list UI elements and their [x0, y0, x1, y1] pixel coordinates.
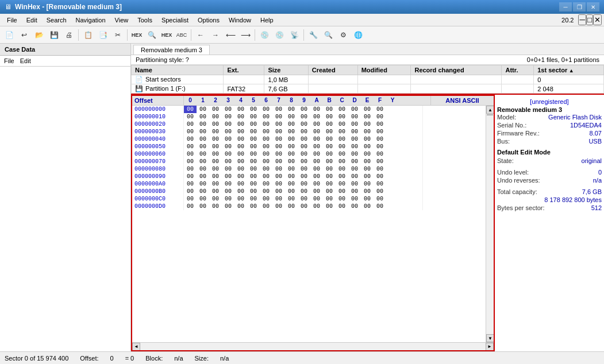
- hex-byte-cell[interactable]: 00: [260, 143, 272, 150]
- hex-byte-cell[interactable]: 00: [209, 173, 222, 180]
- hex-byte-cell[interactable]: 00: [310, 158, 323, 165]
- hex-byte-cell[interactable]: 00: [234, 188, 247, 195]
- hex-byte-cell[interactable]: 00: [285, 158, 298, 165]
- hex-byte-cell[interactable]: 00: [260, 188, 272, 195]
- hex-byte-cell[interactable]: 00: [260, 165, 272, 173]
- hex-byte-cell[interactable]: 00: [336, 158, 348, 165]
- tb-hex[interactable]: HEX: [130, 28, 144, 42]
- hex-byte-cell[interactable]: 00: [184, 165, 197, 173]
- hex-byte-cell[interactable]: 00: [285, 173, 298, 180]
- hex-byte-cell[interactable]: 00: [184, 203, 197, 210]
- hex-byte-cell[interactable]: 00: [323, 106, 336, 113]
- hex-byte-cell[interactable]: 00: [260, 135, 272, 143]
- menu-view[interactable]: View: [110, 16, 133, 25]
- hex-byte-cell[interactable]: 00: [298, 106, 310, 113]
- hex-byte-cell[interactable]: 00: [336, 135, 348, 143]
- hex-byte-cell[interactable]: 00: [374, 203, 386, 210]
- hex-byte-cell[interactable]: 00: [285, 188, 298, 195]
- hex-byte-cell[interactable]: 00: [348, 106, 361, 113]
- hex-byte-cell[interactable]: 00: [184, 173, 197, 180]
- hex-row[interactable]: 0000000C00000000000000000000000000000000…: [132, 195, 486, 203]
- hex-byte-cell[interactable]: 00: [234, 121, 247, 128]
- hex-byte-cell[interactable]: 00: [336, 128, 348, 135]
- hex-vertical-scrollbar[interactable]: ▲ ▼: [486, 106, 494, 342]
- tb-disk2[interactable]: 💿: [272, 28, 286, 42]
- hex-byte-cell[interactable]: 00: [285, 195, 298, 203]
- hex-byte-cell[interactable]: 00: [348, 128, 361, 135]
- hex-byte-cell[interactable]: 00: [336, 203, 348, 210]
- menu-window[interactable]: Window: [224, 16, 256, 25]
- hex-byte-cell[interactable]: 00: [247, 188, 260, 195]
- hex-byte-cell[interactable]: 00: [222, 180, 234, 188]
- hex-byte-cell[interactable]: 00: [336, 143, 348, 150]
- hex-byte-cell[interactable]: 00: [234, 158, 247, 165]
- hex-byte-cell[interactable]: 00: [184, 121, 197, 128]
- col-attr[interactable]: Attr.: [502, 65, 534, 75]
- hex-byte-cell[interactable]: 00: [197, 180, 209, 188]
- menu-specialist[interactable]: Specialist: [157, 16, 193, 25]
- hex-byte-cell[interactable]: 00: [310, 143, 323, 150]
- hex-row[interactable]: 0000000300000000000000000000000000000000…: [132, 128, 486, 135]
- hex-byte-cell[interactable]: 00: [298, 128, 310, 135]
- hex-byte-cell[interactable]: 00: [348, 203, 361, 210]
- tb-find[interactable]: 🔍: [321, 28, 335, 42]
- hex-byte-cell[interactable]: 00: [298, 173, 310, 180]
- hex-byte-cell[interactable]: 00: [361, 165, 374, 173]
- hex-byte-cell[interactable]: 00: [272, 203, 285, 210]
- table-row[interactable]: 💾Partition 1 (F:)FAT327,6 GB2 048: [132, 84, 604, 94]
- hex-byte-cell[interactable]: 00: [247, 173, 260, 180]
- hex-byte-cell[interactable]: 00: [298, 195, 310, 203]
- scroll-track[interactable]: [486, 114, 494, 334]
- hex-byte-cell[interactable]: 00: [247, 128, 260, 135]
- hex-byte-cell[interactable]: 00: [234, 106, 247, 113]
- hex-byte-cell[interactable]: 00: [348, 165, 361, 173]
- col-ext[interactable]: Ext.: [224, 65, 264, 75]
- hex-byte-cell[interactable]: 00: [260, 106, 272, 113]
- tab-removable-medium[interactable]: Removable medium 3: [133, 45, 210, 55]
- hex-byte-cell[interactable]: 00: [197, 203, 209, 210]
- hex-byte-cell[interactable]: 00: [222, 106, 234, 113]
- tb-cut[interactable]: ✂: [111, 28, 125, 42]
- tb-tools[interactable]: 🔧: [306, 28, 320, 42]
- hex-byte-cell[interactable]: 00: [272, 173, 285, 180]
- hex-byte-cell[interactable]: 00: [361, 113, 374, 121]
- hex-byte-cell[interactable]: 00: [184, 128, 197, 135]
- hex-byte-cell[interactable]: 00: [310, 106, 323, 113]
- hex-byte-cell[interactable]: 00: [247, 143, 260, 150]
- hex-byte-cell[interactable]: 00: [361, 158, 374, 165]
- menu-options[interactable]: Options: [193, 16, 224, 25]
- hex-byte-cell[interactable]: 00: [184, 135, 197, 143]
- hex-byte-cell[interactable]: 00: [298, 180, 310, 188]
- hex-byte-cell[interactable]: 00: [310, 150, 323, 158]
- hex-byte-cell[interactable]: 00: [310, 121, 323, 128]
- hex-byte-cell[interactable]: 00: [197, 195, 209, 203]
- hex-byte-cell[interactable]: 00: [374, 195, 386, 203]
- hex-byte-cell[interactable]: 00: [336, 121, 348, 128]
- hex-byte-cell[interactable]: 00: [247, 158, 260, 165]
- hex-byte-cell[interactable]: 00: [209, 158, 222, 165]
- hex-byte-cell[interactable]: 00: [272, 135, 285, 143]
- menu-tools[interactable]: Tools: [133, 16, 157, 25]
- hex-byte-cell[interactable]: 00: [374, 128, 386, 135]
- hex-byte-cell[interactable]: 00: [209, 128, 222, 135]
- hex-byte-cell[interactable]: 00: [272, 106, 285, 113]
- hex-byte-cell[interactable]: 00: [209, 143, 222, 150]
- hex-row[interactable]: 0000000500000000000000000000000000000000…: [132, 143, 486, 150]
- hex-byte-cell[interactable]: 00: [323, 203, 336, 210]
- hex-byte-cell[interactable]: 00: [260, 195, 272, 203]
- hex-row[interactable]: 0000000200000000000000000000000000000000…: [132, 121, 486, 128]
- hex-byte-cell[interactable]: 00: [348, 150, 361, 158]
- hex-row[interactable]: 0000000100000000000000000000000000000000…: [132, 113, 486, 121]
- hex-byte-cell[interactable]: 00: [222, 173, 234, 180]
- hex-row[interactable]: 0000000400000000000000000000000000000000…: [132, 135, 486, 143]
- hex-byte-cell[interactable]: 00: [361, 121, 374, 128]
- hex-byte-cell[interactable]: 00: [323, 195, 336, 203]
- hex-row[interactable]: 0000000800000000000000000000000000000000…: [132, 165, 486, 173]
- tb-settings[interactable]: ⚙: [336, 28, 350, 42]
- scroll-down-button[interactable]: ▼: [486, 334, 494, 342]
- hex-byte-cell[interactable]: 00: [310, 203, 323, 210]
- menu-navigation[interactable]: Navigation: [71, 16, 110, 25]
- hex-byte-cell[interactable]: 00: [272, 195, 285, 203]
- hex-byte-cell[interactable]: 00: [234, 195, 247, 203]
- tb-network[interactable]: 📡: [287, 28, 301, 42]
